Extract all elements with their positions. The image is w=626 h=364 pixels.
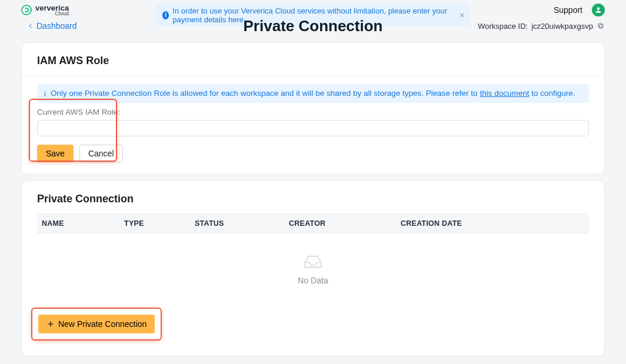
workspace-id: Workspace ID: jcz20uiwkpaxgsvp <box>478 22 605 31</box>
page-title: Private Connection <box>244 17 383 35</box>
cancel-button[interactable]: Cancel <box>79 145 123 162</box>
info-icon: i <box>44 89 46 98</box>
copy-icon[interactable] <box>597 22 605 30</box>
private-connection-card: Private Connection NAME TYPE STATUS CREA… <box>21 181 605 356</box>
person-icon <box>594 6 602 14</box>
back-to-dashboard-link[interactable]: Dashboard <box>27 21 77 31</box>
chevron-left-icon <box>27 22 34 29</box>
iam-info-alert: i Only one Private Connection Role is al… <box>37 84 589 103</box>
col-actions <box>567 214 589 233</box>
iam-field-label: Current AWS IAM Role: <box>37 108 589 116</box>
iam-alert-text: Only one Private Connection Role is allo… <box>51 89 480 98</box>
col-name: NAME <box>37 214 119 233</box>
highlight-annotation: New Private Connection <box>31 308 162 340</box>
conn-card-title: Private Connection <box>37 193 589 205</box>
col-creator: CREATOR <box>284 214 396 233</box>
iam-alert-doc-link[interactable]: this document <box>480 89 529 98</box>
banner-close-icon[interactable]: ✕ <box>459 11 465 19</box>
workspace-label: Workspace ID: <box>478 22 528 31</box>
support-link[interactable]: Support <box>554 5 582 15</box>
col-type: TYPE <box>119 214 190 233</box>
back-link-label: Dashboard <box>36 21 77 31</box>
inbox-empty-icon <box>302 253 324 270</box>
svg-rect-1 <box>600 25 603 28</box>
connection-table-header: NAME TYPE STATUS CREATOR CREATION DATE <box>37 213 589 233</box>
save-button[interactable]: Save <box>37 145 74 162</box>
svg-rect-2 <box>598 24 602 27</box>
brand-logo[interactable]: ververica Cloud <box>21 4 69 16</box>
empty-state: No Data <box>37 233 589 302</box>
workspace-value: jcz20uiwkpaxgsvp <box>531 22 593 31</box>
iam-alert-suffix: to configure. <box>529 89 575 98</box>
divider <box>22 75 604 76</box>
empty-text: No Data <box>298 276 328 285</box>
col-status: STATUS <box>190 214 284 233</box>
iam-role-card: IAM AWS Role i Only one Private Connecti… <box>21 42 605 175</box>
plus-icon <box>46 320 55 328</box>
new-private-connection-button[interactable]: New Private Connection <box>38 315 155 333</box>
brand-mark-icon <box>21 5 32 15</box>
new-conn-label: New Private Connection <box>58 319 146 329</box>
col-creation-date: CREATION DATE <box>396 214 567 233</box>
user-avatar[interactable] <box>592 4 605 16</box>
info-icon: i <box>162 11 169 19</box>
svg-point-0 <box>597 7 600 10</box>
iam-role-input[interactable] <box>37 120 589 136</box>
iam-card-title: IAM AWS Role <box>37 55 589 67</box>
